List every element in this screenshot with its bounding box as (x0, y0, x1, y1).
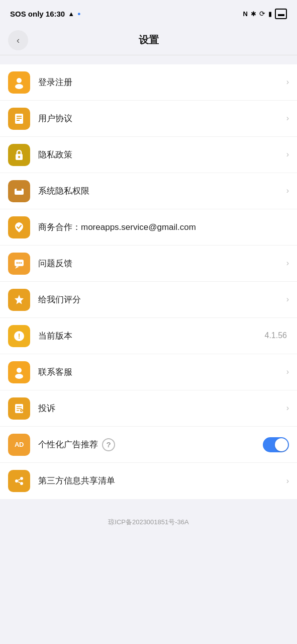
battery-icon: ▬ (275, 9, 287, 19)
chevron-right-icon: › (286, 186, 289, 195)
item-right-ad (263, 437, 289, 452)
status-right: N ✱ ⟳ ▮ ▬ (243, 9, 287, 19)
item-icon-ad: AD (8, 434, 30, 456)
item-label-user-agreement: 用户协议 (38, 113, 72, 125)
svg-point-13 (21, 262, 22, 264)
item-label-version: 当前版本 (38, 330, 72, 342)
svg-point-26 (20, 482, 23, 485)
item-content-complaint: 投诉 › (38, 403, 289, 415)
item-right-privacy-policy: › (286, 150, 289, 159)
item-content-customer-service: 联系客服 › (38, 366, 289, 378)
svg-text:✎: ✎ (21, 410, 23, 413)
item-label-system-privacy: 系统隐私权限 (38, 185, 89, 197)
item-content-user-agreement: 用户协议 › (38, 113, 289, 125)
svg-point-0 (17, 78, 22, 83)
svg-point-17 (15, 374, 23, 379)
item-right-system-privacy: › (286, 186, 289, 195)
item-right-customer-service: › (286, 367, 289, 376)
item-icon-privacy-policy (8, 144, 30, 166)
settings-item-feedback[interactable]: 问题反馈 › (0, 246, 297, 282)
svg-point-25 (20, 477, 23, 480)
svg-point-7 (18, 156, 20, 158)
page-title: 设置 (139, 33, 159, 47)
settings-item-user-agreement[interactable]: 用户协议 › (0, 101, 297, 137)
svg-line-28 (18, 482, 20, 483)
chevron-right-icon: › (286, 476, 289, 486)
svg-rect-9 (17, 189, 22, 191)
section-gap-top (0, 55, 297, 64)
svg-point-11 (17, 262, 18, 264)
nfc-icon: N (243, 10, 248, 18)
item-label-feedback: 问题反馈 (38, 258, 72, 270)
item-content-privacy-policy: 隐私政策 › (38, 149, 289, 161)
item-label-complaint: 投诉 (38, 403, 55, 415)
svg-point-16 (17, 368, 22, 373)
icp-text: 琼ICP备2023001851号-36A (108, 518, 188, 526)
chevron-right-icon: › (286, 367, 289, 376)
page-header: ‹ 设置 (0, 25, 297, 55)
item-label-ad: 个性化广告推荐 (38, 439, 98, 451)
item-right-version: 4.1.56 (265, 331, 289, 340)
back-button[interactable]: ‹ (8, 30, 28, 50)
chevron-right-icon: › (286, 259, 289, 268)
bluetooth-icon: ✱ (251, 10, 256, 18)
item-content-feedback: 问题反馈 › (38, 258, 289, 270)
item-content-login: 登录注册 › (38, 76, 289, 89)
item-right-third-party: › (286, 476, 289, 486)
item-label-rate: 给我们评分 (38, 294, 81, 306)
item-label-privacy-policy: 隐私政策 (38, 149, 72, 161)
item-content-system-privacy: 系统隐私权限 › (38, 185, 289, 197)
status-left: SOS only 16:30 ▲ ● (10, 10, 81, 18)
chevron-right-icon: › (286, 295, 289, 304)
svg-line-27 (18, 479, 20, 480)
item-icon-third-party (8, 470, 30, 492)
sos-time-text: SOS only 16:30 (10, 10, 65, 18)
toggle-switch[interactable] (263, 437, 289, 452)
item-content-version: 当前版本 4.1.56 (38, 330, 289, 342)
svg-text:!: ! (18, 332, 21, 340)
settings-item-version: ! 当前版本 4.1.56 (0, 318, 297, 354)
item-icon-rate (8, 289, 30, 311)
item-right-feedback: › (286, 259, 289, 268)
settings-item-third-party[interactable]: 第三方信息共享清单 › (0, 463, 297, 499)
item-content-third-party: 第三方信息共享清单 › (38, 475, 289, 487)
item-right-user-agreement: › (286, 114, 289, 123)
help-icon[interactable]: ? (102, 438, 115, 451)
item-icon-complaint: ✎ (8, 397, 30, 420)
chevron-right-icon: › (286, 404, 289, 413)
footer: 琼ICP备2023001851号-36A (0, 508, 297, 539)
toggle-knob (275, 438, 288, 451)
item-icon-login (8, 71, 30, 94)
chevron-right-icon: › (286, 114, 289, 123)
item-label-business: 商务合作：moreapps.service@gmail.com (38, 221, 196, 233)
item-label-third-party: 第三方信息共享清单 (38, 475, 115, 487)
item-icon-business (8, 216, 30, 238)
chevron-right-icon: › (286, 150, 289, 159)
chevron-right-icon: › (286, 77, 289, 87)
back-arrow-icon: ‹ (17, 36, 20, 45)
svg-point-24 (15, 479, 18, 482)
status-bar: SOS only 16:30 ▲ ● N ✱ ⟳ ▮ ▬ (0, 0, 297, 25)
svg-point-12 (19, 262, 20, 264)
section-gap-bottom (0, 499, 297, 508)
settings-item-ad[interactable]: AD 个性化广告推荐 ? (0, 427, 297, 463)
settings-item-system-privacy[interactable]: 系统隐私权限 › (0, 173, 297, 209)
item-right-complaint: › (286, 404, 289, 413)
item-icon-customer-service (8, 361, 30, 383)
item-content-ad: 个性化广告推荐 ? (38, 437, 289, 452)
signal-icon: ▮ (268, 10, 272, 18)
item-icon-system-privacy (8, 180, 30, 202)
settings-item-login[interactable]: 登录注册 › (0, 64, 297, 101)
signal-dot-icon: ● (77, 11, 81, 17)
item-label-login: 登录注册 (38, 76, 72, 89)
item-icon-feedback (8, 253, 30, 275)
settings-item-business: 商务合作：moreapps.service@gmail.com (0, 209, 297, 246)
settings-item-rate[interactable]: 给我们评分 › (0, 282, 297, 318)
settings-item-customer-service[interactable]: 联系客服 › (0, 354, 297, 390)
wifi-icon: ⟳ (259, 10, 265, 18)
item-icon-version: ! (8, 325, 30, 347)
settings-item-privacy-policy[interactable]: 隐私政策 › (0, 137, 297, 173)
item-icon-user-agreement (8, 108, 30, 130)
settings-item-complaint[interactable]: ✎ 投诉 › (0, 390, 297, 427)
item-right-rate: › (286, 295, 289, 304)
